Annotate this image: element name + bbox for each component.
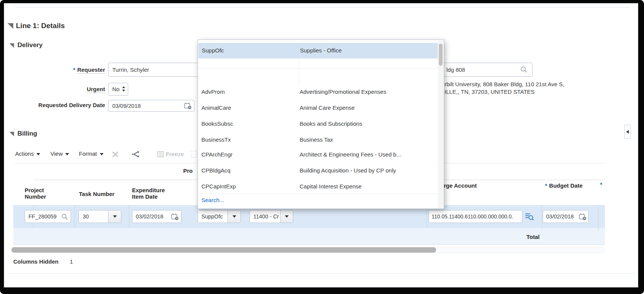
- freeze-button-label: Freeze: [166, 151, 184, 157]
- total-label: Total: [526, 234, 540, 240]
- date-picker-icon[interactable]: [579, 213, 587, 221]
- requester-input[interactable]: Turrin, Schyler: [108, 63, 210, 77]
- collapse-triangle-icon[interactable]: [9, 132, 14, 136]
- divider: [198, 68, 438, 68]
- charge-account-input[interactable]: 110.05.11400.6110.000.000.000.0.: [429, 210, 522, 223]
- expenditure-type-combo[interactable]: SuppOfc: [198, 210, 241, 223]
- view-menu-button[interactable]: View: [50, 150, 69, 157]
- collapse-triangle-icon[interactable]: [8, 23, 13, 29]
- divider: [75, 205, 75, 228]
- split-branch-icon[interactable]: [131, 150, 140, 158]
- dropdown-item-selected[interactable]: SuppOfc Supplies - Office: [198, 43, 438, 58]
- column-header-project-number[interactable]: Project Number: [25, 187, 46, 200]
- page-title: Line 1: Details: [16, 22, 65, 30]
- column-header-task-number[interactable]: Task Number: [79, 191, 115, 197]
- required-marker: *: [600, 181, 602, 188]
- divider: [198, 40, 438, 43]
- actions-menu-button[interactable]: Actions: [15, 150, 40, 157]
- urgent-spinner[interactable]: No: [108, 83, 128, 96]
- divider: [129, 205, 129, 228]
- divider: [598, 228, 598, 231]
- freeze-icon: [157, 151, 164, 157]
- chevron-down-icon: [232, 215, 236, 218]
- detach-icon: [192, 151, 196, 158]
- date-picker-icon[interactable]: [171, 213, 179, 221]
- chevron-down-icon: [65, 153, 69, 155]
- divider: [542, 228, 542, 231]
- required-marker: *: [73, 66, 75, 73]
- columns-hidden-value: 1: [70, 258, 73, 265]
- requested-delivery-date-label: Requested Delivery Date: [0, 102, 105, 108]
- format-menu-button[interactable]: Format: [79, 150, 104, 157]
- account-combo[interactable]: 11400 - Cr: [250, 210, 293, 223]
- horizontal-scrollbar-thumb[interactable]: [11, 247, 436, 253]
- required-marker: *: [545, 182, 547, 189]
- divider: [15, 7, 630, 8]
- collapse-triangle-icon[interactable]: [9, 43, 14, 48]
- chevron-left-icon: [626, 130, 629, 134]
- dropdown-button[interactable]: [108, 210, 121, 223]
- deliver-to-address-line1: rbilt University, 808 Baker Bldg, 110 21…: [445, 81, 564, 87]
- column-header-expenditure-item-date[interactable]: Expenditure Item Date: [132, 187, 165, 200]
- divider: [598, 205, 598, 228]
- expenditure-type-dropdown: SuppOfc Supplies - Office AdvPromAdverti…: [198, 40, 444, 209]
- dropdown-button[interactable]: [228, 210, 240, 223]
- divider: [198, 194, 438, 194]
- section-title-delivery: Delivery: [17, 41, 42, 49]
- section-title-billing: Billing: [17, 130, 37, 138]
- column-header-budget-date[interactable]: *Budget Date: [545, 182, 583, 189]
- chevron-down-icon: [36, 153, 40, 155]
- chevron-down-icon: [100, 153, 104, 155]
- chevron-down-icon: [113, 215, 117, 218]
- total-row: [13, 228, 605, 245]
- column-header-charge-account[interactable]: rge Account: [444, 182, 477, 189]
- chevron-down-icon: [285, 215, 289, 218]
- columns-hidden-label: Columns Hidden: [13, 258, 58, 265]
- app-window: Line 1: Details Delivery *Requester Turr…: [0, 0, 644, 294]
- divider: [299, 58, 299, 85]
- budget-date-input[interactable]: 03/02/2018: [543, 210, 589, 223]
- requested-delivery-date-input[interactable]: 03/09/2018: [108, 100, 195, 112]
- spinner-down-icon[interactable]: [122, 90, 125, 92]
- divider: [542, 205, 542, 228]
- dropdown-search-link[interactable]: Search...: [201, 197, 224, 203]
- search-icon[interactable]: [520, 66, 528, 73]
- divider: [13, 245, 605, 245]
- date-picker-icon[interactable]: [184, 102, 192, 110]
- project-number-input[interactable]: FF_280059: [25, 210, 71, 223]
- delete-icon: [112, 151, 119, 158]
- column-group-header: Pro: [183, 168, 193, 174]
- panel-splitter-button[interactable]: [624, 125, 631, 139]
- deliver-to-address-line2: ILLE,, TN, 37203, UNITED STATES: [445, 89, 535, 95]
- spinner-up-icon[interactable]: [122, 86, 125, 88]
- requester-label: *Requester: [0, 66, 105, 73]
- divider: [8, 273, 636, 274]
- dropdown-button[interactable]: [280, 210, 293, 223]
- key-flexfield-icon[interactable]: [525, 212, 534, 221]
- task-number-combo[interactable]: 30: [79, 210, 121, 223]
- dropdown-scrollbar-thumb[interactable]: [439, 44, 443, 66]
- urgent-label: Urgent: [0, 86, 105, 92]
- expenditure-item-date-input[interactable]: 03/02/2018: [132, 210, 181, 223]
- search-icon[interactable]: [61, 213, 68, 220]
